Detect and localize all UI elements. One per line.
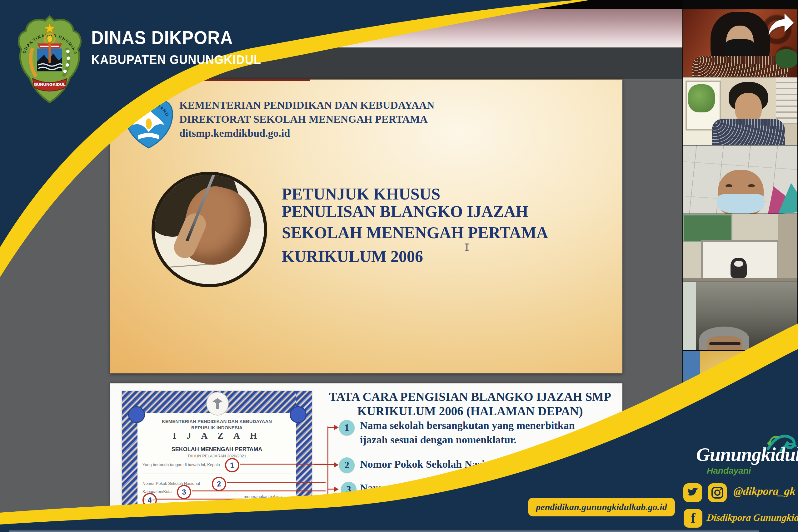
list-item-3-line2: mencoret) <box>363 496 409 508</box>
participant3-pennant-teal <box>776 182 797 213</box>
slide1-title-line4: KURIKULUM 2006 <box>282 247 423 266</box>
participant1-plant <box>776 49 797 68</box>
participant6-bracket <box>692 408 697 418</box>
certificate-marker-1: 1 <box>224 457 240 473</box>
ijazah-certificate-image: KEMENTERIAN PENDIDIKAN DAN KEBUDAYAAN RE… <box>122 391 312 532</box>
red-arrowhead <box>334 424 339 430</box>
participant5-glasses <box>709 342 741 345</box>
slide2-title-line1: TATA CARA PENGISIAN BLANGKO IJAZAH SMP <box>329 390 612 404</box>
red-arrowhead <box>334 462 339 468</box>
slide1-title-line2: PENULISAN BLANGKO IJAZAH <box>282 202 528 221</box>
page-top-red-sliver <box>188 79 310 81</box>
tut-wuri-handayani-logo: TUT WURI HANDAYANI <box>123 93 175 149</box>
garuda-emblem <box>206 392 229 416</box>
certificate-subtitle: SEKOLAH MENENGAH PERTAMA <box>141 446 293 453</box>
participant4-green-board <box>683 214 732 242</box>
certificate-title: I J A Z A H <box>141 431 293 441</box>
instagram-icon <box>708 483 727 502</box>
participant-video-5[interactable] <box>683 282 797 350</box>
brand-name: Gunungkidul <box>696 443 798 466</box>
certificate-field-4-suffix: menerangkan bahwa <box>244 494 282 499</box>
participant-video-4[interactable] <box>683 214 797 282</box>
participant-video-6[interactable] <box>683 351 797 420</box>
participant6-head <box>757 380 784 408</box>
list-item-3-line1: Nama nomenklatur kabupaten/kota*) ( <box>360 482 538 494</box>
bottom-edge-line <box>10 530 759 532</box>
certificate-header-1: KEMENTERIAN PENDIDIKAN DAN KEBUDAYAAN <box>141 419 293 424</box>
facebook-icon: f <box>684 509 702 528</box>
website-url: pendidikan.gunungkidulkab.go.id <box>536 502 667 512</box>
twitter-icon <box>683 483 702 502</box>
list-item-2-line1: Nomor Pokok Sekolah Nasional (NPSN) <box>360 458 542 470</box>
red-arrowhead <box>334 487 339 492</box>
org-region: KABUPATEN GUNUNGKIDUL <box>91 53 261 67</box>
slide1-title-line3: SEKOLAH MENENGAH PERTAMA <box>282 224 548 242</box>
certificate-marker-3: 3 <box>176 484 192 500</box>
participant2-foliage <box>688 84 715 112</box>
window-top-bar <box>0 0 798 10</box>
participant-video-3[interactable] <box>683 146 797 213</box>
certificate-marker-2: 2 <box>211 476 227 492</box>
slide2-title-line2: KURIKULUM 2006 (HALAMAN DEPAN) <box>329 404 612 418</box>
certificate-field-2: Nomor Pokok Sekolah Nasional <box>143 481 200 486</box>
list-badge-3: 3 <box>341 482 357 497</box>
participant-video-2[interactable] <box>683 77 797 145</box>
org-name: DINAS DIKPORA <box>91 27 233 49</box>
share-forward-icon[interactable] <box>766 11 795 39</box>
garuda-icon <box>211 397 224 411</box>
brand-tagline: Handayani <box>707 466 751 476</box>
participant3-eye <box>726 184 732 187</box>
participant4-desk <box>683 278 797 282</box>
ministry-line-2: DIREKTORAT SEKOLAH MENENGAH PERTAMA <box>179 112 523 126</box>
participant1-batik-shirt <box>692 56 789 77</box>
participant3-mask <box>718 194 764 213</box>
list-badge-2: 2 <box>339 457 355 473</box>
ministry-header: KEMENTERIAN PENDIDIKAN DAN KEBUDAYAAN DI… <box>179 98 523 140</box>
facebook-label: Disdikpora Gunungkidul <box>706 512 798 523</box>
participant4-mask <box>734 261 743 267</box>
website-banner: pendidikan.gunungkidulkab.go.id <box>528 498 675 516</box>
video-conference-screen: 12 / 55 | − 100% + | TUT WURI HANDAYANI … <box>0 0 798 532</box>
slide-page-1: TUT WURI HANDAYANI KEMENTERIAN PENDIDIKA… <box>110 79 622 374</box>
list-item-1-line2: ijazah sesuai dengan nomenklatur. <box>360 434 516 446</box>
certificate-marker-5: 5 <box>208 509 224 525</box>
red-connector <box>327 464 334 465</box>
ministry-line-3: ditsmp.kemdikbud.go.id <box>179 126 523 140</box>
red-connector <box>327 427 334 428</box>
gunungkidul-crest: DHAKSINARGA BHUMIKARTA GUNUNGKIDUL <box>16 14 84 105</box>
participant6-bracket <box>689 403 706 408</box>
participant5-window-light <box>683 282 696 350</box>
text-cursor: I <box>464 242 469 253</box>
certificate-field-1: Yang bertanda tangan di bawah ini, Kepal… <box>143 462 220 467</box>
participant2-batik-shirt <box>712 119 785 145</box>
slide1-title-line1: PETUNJUK KHUSUS <box>282 185 440 203</box>
red-connector-vertical <box>327 426 328 501</box>
social-handle: @dikpora_gk <box>733 484 796 498</box>
certificate-header-2: REPUBLIK INDONESIA <box>141 425 293 430</box>
list-item-1-line1: Nama sekolah bersangkutan yang menerbitk… <box>360 420 575 432</box>
certificate-year: TAHUN PELAJARAN 2020/2021 <box>141 454 293 458</box>
certificate-marker-4: 4 <box>142 492 158 508</box>
list-badge-1: 1 <box>339 420 355 436</box>
page-edge <box>110 79 622 80</box>
ministry-line-1: KEMENTERIAN PENDIDIKAN DAN KEBUDAYAAN <box>179 98 523 112</box>
hand-writing-photo <box>151 172 267 287</box>
participant2-bookshelf <box>776 77 797 124</box>
participant4-door <box>778 214 797 282</box>
participant3-eye <box>748 184 755 187</box>
red-connector <box>327 489 334 490</box>
svg-text:GUNUNGKIDUL: GUNUNGKIDUL <box>34 82 66 87</box>
